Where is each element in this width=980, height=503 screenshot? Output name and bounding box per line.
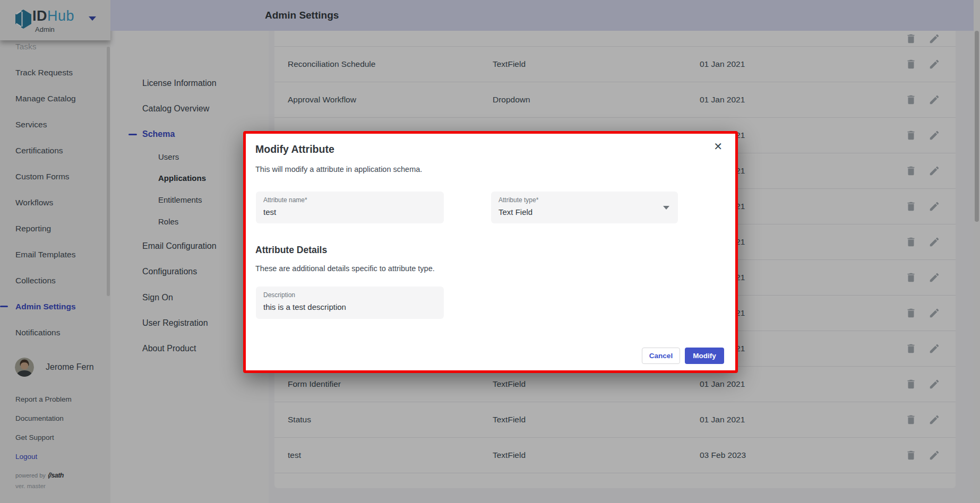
attribute-name-label: Attribute name* xyxy=(263,196,307,204)
description-field[interactable]: Description this is a test description xyxy=(256,287,444,319)
modify-button[interactable]: Modify xyxy=(685,348,724,364)
attribute-type-label: Attribute type* xyxy=(498,196,538,204)
attribute-name-value: test xyxy=(263,207,276,216)
description-value: this is a test description xyxy=(263,302,346,311)
attribute-type-value: Text Field xyxy=(498,207,532,216)
cancel-button[interactable]: Cancel xyxy=(642,348,680,364)
modify-attribute-modal: Modify Attribute ✕ This will modify a at… xyxy=(243,131,738,373)
modal-subtitle: This will modify a attribute in applicat… xyxy=(255,165,422,174)
attribute-details-heading: Attribute Details xyxy=(255,245,327,256)
chevron-down-icon xyxy=(663,206,669,210)
attribute-name-field[interactable]: Attribute name* test xyxy=(256,192,444,223)
attribute-details-text: These are additional details specific to… xyxy=(255,264,435,273)
close-icon[interactable]: ✕ xyxy=(713,141,723,152)
attribute-type-select[interactable]: Attribute type* Text Field xyxy=(491,192,678,223)
modal-title: Modify Attribute xyxy=(255,143,334,155)
description-label: Description xyxy=(263,291,295,299)
